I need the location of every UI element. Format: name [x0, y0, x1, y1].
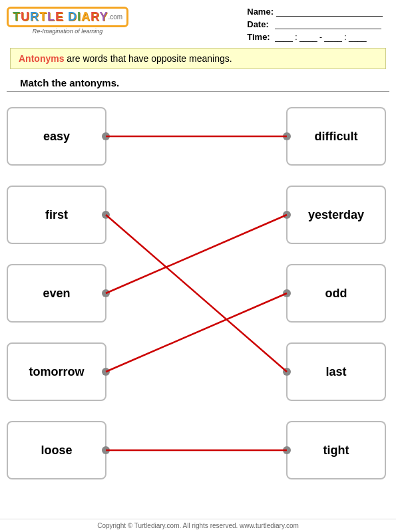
right-card-4: tight	[286, 421, 386, 479]
logo-tagline: Re-Imagination of learning	[33, 28, 103, 35]
instructions-text: Match the antonyms.	[20, 77, 119, 88]
footer: Copyright © Turtlediary.com. All rights …	[0, 519, 396, 532]
left-dot-0	[102, 132, 110, 140]
left-dot-3	[102, 368, 110, 376]
right-dot-3	[283, 368, 291, 376]
right-word-4: tight	[323, 444, 349, 458]
left-card-4: loose	[7, 421, 106, 479]
right-word-2: odd	[325, 287, 347, 301]
left-card-1: first	[7, 186, 106, 244]
left-card-0: easy	[7, 107, 106, 166]
left-column: easyfirsteventomorrowloose	[7, 97, 110, 489]
time-row: Time: ____ : ____ - ____ : ____	[247, 32, 383, 42]
right-card-3: last	[286, 342, 386, 401]
left-word-0: easy	[43, 130, 70, 144]
name-line	[276, 7, 383, 17]
right-column: difficultyesterdayoddlasttight	[286, 97, 389, 489]
right-word-0: difficult	[315, 130, 358, 144]
right-word-3: last	[325, 365, 346, 379]
instructions: Match the antonyms.	[7, 72, 389, 92]
logo-text: TURTLE DIARY	[13, 10, 108, 24]
antonyms-highlight: Antonyms	[19, 53, 64, 64]
right-dot-1	[283, 211, 291, 219]
time-label: Time:	[247, 32, 272, 42]
logo-com: .com	[108, 13, 122, 21]
name-row: Name:	[247, 7, 383, 17]
header: TURTLE DIARY .com Re-Imagination of lear…	[0, 0, 396, 45]
matching-area: easyfirsteventomorrowloose difficultyest…	[7, 97, 389, 489]
time-format: ____ : ____ - ____ : ____	[275, 33, 366, 42]
left-dot-2	[102, 289, 110, 297]
info-banner: Antonyms are words that have opposite me…	[10, 48, 386, 69]
left-dot-1	[102, 211, 110, 219]
right-dot-4	[283, 446, 291, 454]
date-row: Date:	[247, 19, 383, 29]
word-columns: easyfirsteventomorrowloose difficultyest…	[7, 97, 389, 489]
left-card-2: even	[7, 264, 106, 323]
left-word-1: first	[45, 208, 68, 222]
left-card-3: tomorrow	[7, 342, 106, 401]
date-label: Date:	[247, 19, 272, 29]
right-card-1: yesterday	[286, 186, 386, 244]
date-line	[275, 20, 381, 29]
name-area: Name: Date: Time: ____ : ____ - ____ : _…	[247, 7, 383, 42]
right-word-1: yesterday	[308, 208, 364, 222]
left-word-3: tomorrow	[29, 365, 85, 379]
left-word-2: even	[43, 287, 70, 301]
footer-text: Copyright © Turtlediary.com. All rights …	[97, 522, 299, 529]
left-dot-4	[102, 446, 110, 454]
right-dot-2	[283, 289, 291, 297]
right-dot-0	[283, 132, 291, 140]
left-word-4: loose	[41, 444, 72, 458]
logo-box: TURTLE DIARY .com	[7, 7, 128, 27]
logo-area: TURTLE DIARY .com Re-Imagination of lear…	[7, 7, 128, 35]
right-card-0: difficult	[286, 107, 386, 166]
banner-text: are words that have opposite meanings.	[64, 53, 232, 64]
right-card-2: odd	[286, 264, 386, 323]
name-label: Name:	[247, 7, 274, 17]
